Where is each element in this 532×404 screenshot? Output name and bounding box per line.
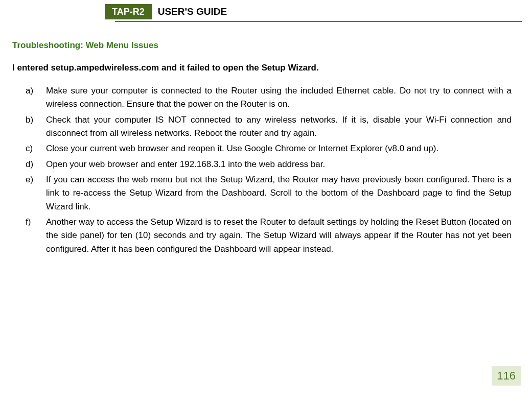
list-item: b) Check that your computer IS NOT conne… xyxy=(26,113,512,140)
list-item: f) Another way to access the Setup Wizar… xyxy=(26,216,512,256)
troubleshooting-steps-list: a) Make sure your computer is connected … xyxy=(26,84,512,256)
header-spacer xyxy=(10,4,105,19)
list-marker: a) xyxy=(26,84,46,111)
header-divider xyxy=(115,21,522,22)
list-marker: d) xyxy=(26,158,46,171)
page-number: 116 xyxy=(492,366,521,386)
list-item: e) If you can access the web menu but no… xyxy=(26,173,512,213)
section-heading: Troubleshooting: Web Menu Issues xyxy=(12,40,522,51)
list-item: c) Close your current web browser and re… xyxy=(26,142,512,155)
list-marker: b) xyxy=(26,113,46,140)
guide-title: USER'S GUIDE xyxy=(152,4,233,19)
list-text: Another way to access the Setup Wizard i… xyxy=(46,216,512,256)
list-text: Close your current web browser and reope… xyxy=(46,142,512,155)
page-header: TAP-R2 USER'S GUIDE xyxy=(10,4,522,19)
list-text: Open your web browser and enter 192.168.… xyxy=(46,158,512,171)
list-text: Check that your computer IS NOT connecte… xyxy=(46,113,512,140)
product-badge: TAP-R2 xyxy=(105,4,152,19)
list-text: If you can access the web menu but not t… xyxy=(46,173,512,213)
list-item: d) Open your web browser and enter 192.1… xyxy=(26,158,512,171)
troubleshooting-question: I entered setup.ampedwireless.com and it… xyxy=(12,63,522,73)
list-text: Make sure your computer is connected to … xyxy=(46,84,512,111)
list-item: a) Make sure your computer is connected … xyxy=(26,84,512,111)
list-marker: c) xyxy=(26,142,46,155)
list-marker: e) xyxy=(26,173,46,213)
list-marker: f) xyxy=(26,216,46,256)
